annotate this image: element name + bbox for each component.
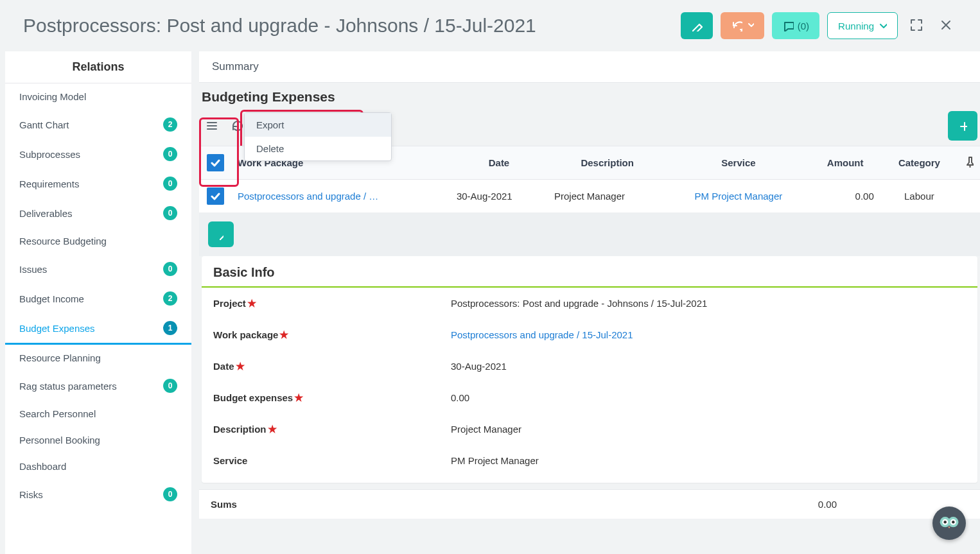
help-avatar[interactable] xyxy=(932,506,966,540)
sidebar-item-label: Gantt Chart xyxy=(19,119,69,130)
svg-point-4 xyxy=(943,521,947,524)
required-star-icon: ★ xyxy=(294,393,303,403)
col-amount[interactable]: Amount xyxy=(810,146,880,180)
sidebar-item-resource-budgeting[interactable]: Resource Budgeting xyxy=(5,228,191,254)
sidebar-badge: 0 xyxy=(163,487,177,501)
page-title: Postprocessors: Post and upgrade - Johns… xyxy=(23,15,673,37)
sidebar-item-rag-status-parameters[interactable]: Rag status parameters0 xyxy=(5,371,191,401)
edit-button[interactable] xyxy=(681,12,713,39)
select-all-checkbox[interactable] xyxy=(207,154,224,171)
sidebar-badge: 0 xyxy=(163,177,177,191)
field-label: Budget expenses★ xyxy=(213,392,451,403)
row-context-menu: Export Delete xyxy=(244,112,392,161)
sidebar-item-budget-expenses[interactable]: Budget Expenses1 xyxy=(5,313,191,345)
hamburger-icon xyxy=(206,119,217,131)
sidebar-item-label: Dashboard xyxy=(19,461,66,472)
field-row: Date★30-Aug-2021 xyxy=(202,351,977,382)
sidebar-item-budget-income[interactable]: Budget Income2 xyxy=(5,284,191,313)
field-row: Description★Project Manager xyxy=(202,413,977,445)
sidebar-item-label: Requirements xyxy=(19,178,79,189)
menu-item-export[interactable]: Export xyxy=(245,113,391,137)
edit-row-button[interactable] xyxy=(208,221,234,247)
sidebar-item-subprocesses[interactable]: Subprocesses0 xyxy=(5,139,191,169)
fullscreen-button[interactable] xyxy=(906,14,927,38)
section-title: Budgeting Expenses xyxy=(199,83,980,108)
sidebar-title: Relations xyxy=(5,51,191,83)
menu-button[interactable] xyxy=(202,116,221,137)
add-button[interactable] xyxy=(948,111,977,141)
sidebar-badge: 0 xyxy=(163,147,177,161)
menu-item-delete[interactable]: Delete xyxy=(245,137,391,160)
tab-summary[interactable]: Summary xyxy=(199,51,980,83)
sidebar-item-label: Budget Expenses xyxy=(19,323,95,334)
field-label: Service xyxy=(213,455,451,466)
sidebar-item-search-personnel[interactable]: Search Personnel xyxy=(5,401,191,427)
sidebar-item-requirements[interactable]: Requirements0 xyxy=(5,169,191,198)
field-row: Budget expenses★0.00 xyxy=(202,382,977,413)
required-star-icon: ★ xyxy=(279,330,288,340)
sidebar-badge: 2 xyxy=(163,291,177,306)
sidebar-item-label: Rag status parameters xyxy=(19,381,117,392)
sidebar-item-label: Subprocesses xyxy=(19,149,80,160)
cell-category: Labour xyxy=(880,180,958,213)
field-value: 30-Aug-2021 xyxy=(451,361,507,372)
svg-point-5 xyxy=(952,521,955,524)
required-star-icon: ★ xyxy=(268,424,277,435)
sidebar-badge: 0 xyxy=(163,206,177,220)
field-value[interactable]: Postprocessors and upgrade / 15-Jul-2021 xyxy=(451,329,633,340)
sidebar-badge: 2 xyxy=(163,117,177,132)
sidebar-item-label: Resource Budgeting xyxy=(19,236,107,247)
row-checkbox[interactable] xyxy=(207,187,224,205)
col-date[interactable]: Date xyxy=(450,146,548,180)
cell-amount: 0.00 xyxy=(810,180,880,213)
field-label: Date★ xyxy=(213,361,451,372)
col-service[interactable]: Service xyxy=(667,146,810,180)
field-label: Project★ xyxy=(213,298,451,309)
col-description[interactable]: Description xyxy=(548,146,667,180)
cell-work-package[interactable]: Postprocessors and upgrade / … xyxy=(231,180,450,213)
sidebar-item-resource-planning[interactable]: Resource Planning xyxy=(5,345,191,371)
sidebar-item-issues[interactable]: Issues0 xyxy=(5,254,191,284)
sidebar-item-personnel-booking[interactable]: Personnel Booking xyxy=(5,427,191,453)
field-value: Project Manager xyxy=(451,424,521,435)
sidebar-item-label: Personnel Booking xyxy=(19,435,100,446)
pin-icon[interactable] xyxy=(965,156,974,168)
sums-row: Sums 0.00 xyxy=(199,489,980,519)
sidebar-badge: 0 xyxy=(163,262,177,276)
plus-icon xyxy=(958,120,967,132)
required-star-icon: ★ xyxy=(247,299,256,309)
check-icon xyxy=(210,191,220,202)
pencil-icon xyxy=(218,229,223,240)
sidebar-item-invoicing-model[interactable]: Invoicing Model xyxy=(5,83,191,110)
fullscreen-icon xyxy=(909,18,923,32)
field-value: 0.00 xyxy=(451,392,469,403)
sums-label: Sums xyxy=(211,499,814,510)
comments-button[interactable]: (0) xyxy=(772,12,819,39)
refresh-dropdown-button[interactable] xyxy=(721,12,764,39)
sidebar-item-deliverables[interactable]: Deliverables0 xyxy=(5,198,191,228)
card-title: Basic Info xyxy=(202,256,977,288)
sidebar-item-label: Deliverables xyxy=(19,208,73,219)
field-row: Project★Postprocessors: Post and upgrade… xyxy=(202,288,977,319)
owl-icon xyxy=(938,512,961,535)
refresh-icon xyxy=(731,20,742,31)
field-value: PM Project Manager xyxy=(451,455,539,466)
sidebar-item-label: Search Personnel xyxy=(19,408,96,419)
cell-service[interactable]: PM Project Manager xyxy=(667,180,810,213)
table-row[interactable]: Postprocessors and upgrade / …30-Aug-202… xyxy=(199,180,980,213)
status-dropdown[interactable]: Running xyxy=(827,12,898,39)
col-category[interactable]: Category xyxy=(880,146,958,180)
pencil-icon xyxy=(691,20,703,31)
field-row: Work package★Postprocessors and upgrade … xyxy=(202,319,977,351)
cell-date: 30-Aug-2021 xyxy=(450,180,548,213)
reload-icon xyxy=(231,119,243,131)
close-button[interactable] xyxy=(935,14,957,38)
chevron-down-icon xyxy=(746,20,754,31)
speech-icon xyxy=(782,20,794,31)
sidebar-item-label: Risks xyxy=(19,489,43,500)
sidebar-item-risks[interactable]: Risks0 xyxy=(5,480,191,509)
field-row: ServicePM Project Manager xyxy=(202,445,977,476)
sidebar-item-dashboard[interactable]: Dashboard xyxy=(5,453,191,480)
field-value: Postprocessors: Post and upgrade - Johns… xyxy=(451,298,707,309)
sidebar-item-gantt-chart[interactable]: Gantt Chart2 xyxy=(5,110,191,139)
